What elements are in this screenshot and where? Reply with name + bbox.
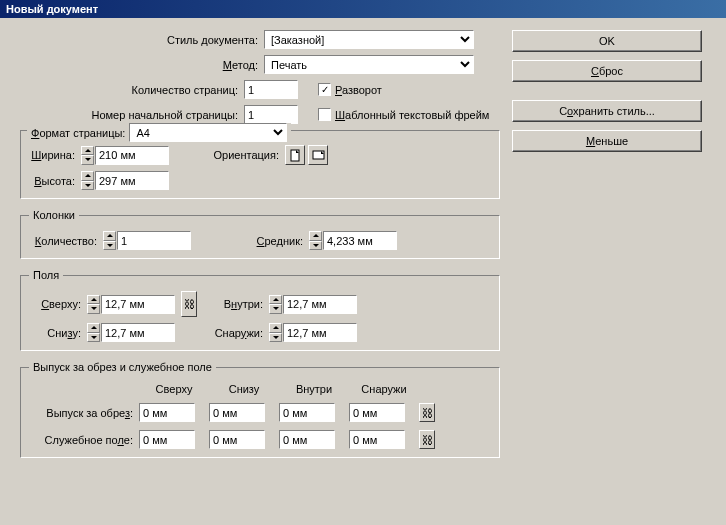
start-page-input[interactable] [244, 105, 298, 124]
columns-group: Колонки Количество: Средник: [20, 209, 500, 259]
svg-rect-0 [291, 150, 299, 161]
margin-top-input[interactable] [101, 295, 175, 314]
label-method: Метод: [20, 59, 264, 71]
fewer-button[interactable]: Меньше [512, 130, 702, 152]
margin-top-spinner[interactable] [87, 295, 175, 314]
margins-legend: Поля [29, 269, 63, 281]
label-bleed: Выпуск за обрез: [29, 407, 139, 419]
label-gutter: Средник: [191, 235, 309, 247]
label-doc-style: Стиль документа: [20, 34, 264, 46]
columns-legend: Колонки [29, 209, 79, 221]
reset-button[interactable]: Сброс [512, 60, 702, 82]
gutter-input[interactable] [323, 231, 397, 250]
master-frame-checkbox[interactable]: Шаблонный текстовый фрейм [318, 108, 489, 121]
bleed-slug-group: Выпуск за обрез и служебное поле Сверху … [20, 361, 500, 458]
height-spinner[interactable] [81, 171, 169, 190]
page-format-select[interactable]: A4 [129, 123, 287, 142]
margins-group: Поля Сверху: ⛓ Внутри: [20, 269, 500, 351]
columns-spinner[interactable] [103, 231, 191, 250]
spread-checkbox[interactable]: ✓ Разворот [318, 83, 382, 96]
svg-rect-1 [313, 151, 324, 159]
link-icon: ⛓ [422, 434, 433, 446]
ok-button[interactable]: OK [512, 30, 702, 52]
master-frame-label: Шаблонный текстовый фрейм [335, 109, 489, 121]
label-margin-bottom: Снизу: [29, 327, 87, 339]
width-spinner[interactable] [81, 146, 169, 165]
label-column-count: Количество: [29, 235, 103, 247]
orientation-landscape-button[interactable] [308, 145, 328, 165]
margin-inside-spinner[interactable] [269, 295, 357, 314]
slug-outside-input[interactable] [349, 430, 405, 449]
method-select[interactable]: Печать [264, 55, 474, 74]
link-icon: ⛓ [184, 298, 195, 310]
bleed-inside-input[interactable] [279, 403, 335, 422]
margin-outside-spinner[interactable] [269, 323, 357, 342]
margin-bottom-input[interactable] [101, 323, 175, 342]
spread-label: Разворот [335, 84, 382, 96]
slug-bottom-input[interactable] [209, 430, 265, 449]
label-margin-outside: Снаружи: [203, 327, 269, 339]
gutter-spinner[interactable] [309, 231, 397, 250]
link-icon: ⛓ [422, 407, 433, 419]
columns-input[interactable] [117, 231, 191, 250]
slug-inside-input[interactable] [279, 430, 335, 449]
margin-inside-input[interactable] [283, 295, 357, 314]
height-input[interactable] [95, 171, 169, 190]
bleed-outside-input[interactable] [349, 403, 405, 422]
link-slug-button[interactable]: ⛓ [419, 430, 435, 449]
bleed-top-input[interactable] [139, 403, 195, 422]
margin-bottom-spinner[interactable] [87, 323, 175, 342]
window-title: Новый документ [6, 3, 98, 15]
margin-outside-input[interactable] [283, 323, 357, 342]
label-height: Высота: [29, 175, 81, 187]
page-count-input[interactable] [244, 80, 298, 99]
link-bleed-button[interactable]: ⛓ [419, 403, 435, 422]
bleed-bottom-input[interactable] [209, 403, 265, 422]
slug-top-input[interactable] [139, 430, 195, 449]
save-style-button[interactable]: Сохранить стиль... [512, 100, 702, 122]
landscape-icon [312, 150, 325, 161]
label-page-count: Количество страниц: [20, 84, 244, 96]
label-page-format: Формат страницы: [31, 127, 125, 139]
label-slug: Служебное поле: [29, 434, 139, 446]
width-input[interactable] [95, 146, 169, 165]
hdr-inside: Внутри [279, 383, 349, 395]
portrait-icon [290, 149, 301, 162]
label-margin-top: Сверху: [29, 298, 87, 310]
label-orientation: Ориентация: [169, 149, 285, 161]
label-start-page: Номер начальной страницы: [20, 109, 244, 121]
title-bar: Новый документ [0, 0, 726, 18]
label-margin-inside: Внутри: [203, 298, 269, 310]
bleed-legend: Выпуск за обрез и служебное поле [29, 361, 216, 373]
link-margins-button[interactable]: ⛓ [181, 291, 197, 317]
hdr-bottom: Снизу [209, 383, 279, 395]
hdr-top: Сверху [139, 383, 209, 395]
page-format-group: Формат страницы: A4 Ширина: Ориентация: [20, 130, 500, 199]
orientation-portrait-button[interactable] [285, 145, 305, 165]
label-width: Ширина: [29, 149, 81, 161]
hdr-outside: Снаружи [349, 383, 419, 395]
doc-style-select[interactable]: [Заказной] [264, 30, 474, 49]
